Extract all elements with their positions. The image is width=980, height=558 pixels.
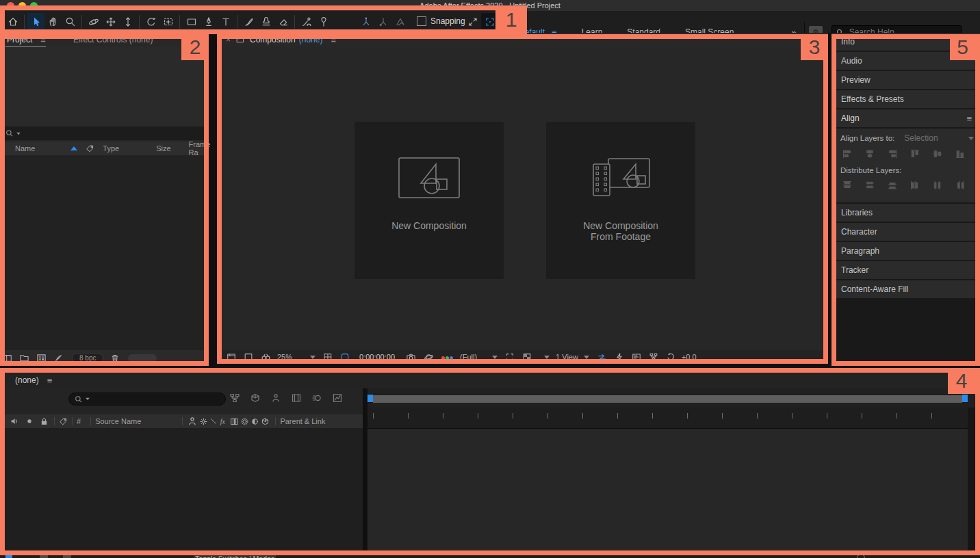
sidebar-panel-character[interactable]: Character: [831, 223, 980, 241]
interpret-footage-icon[interactable]: [3, 354, 12, 363]
composition-panel-menu-icon[interactable]: ≡: [331, 35, 336, 45]
exposure-value[interactable]: +0.0: [682, 353, 697, 361]
dist-left-icon[interactable]: [907, 179, 923, 191]
shy-switch-icon[interactable]: [187, 416, 198, 427]
quality-switch-icon[interactable]: [209, 417, 218, 425]
new-composition-card[interactable]: New Composition: [354, 122, 504, 279]
align-top-icon[interactable]: [907, 148, 923, 160]
roto-brush-tool-icon[interactable]: [298, 13, 315, 31]
transparency-grid-icon[interactable]: [522, 352, 532, 362]
timeline-panel-menu-icon[interactable]: ≡: [47, 375, 53, 386]
align-panel-menu-icon[interactable]: ≡: [966, 114, 972, 124]
motion-blur2-switch-icon[interactable]: [240, 417, 249, 426]
view-layout-value[interactable]: 1 View: [556, 353, 578, 361]
align-right-icon[interactable]: [884, 148, 901, 160]
zoom-caret-icon[interactable]: [310, 356, 315, 359]
new-composition-icon[interactable]: [36, 353, 47, 363]
sidebar-panel-paragraph[interactable]: Paragraph: [831, 242, 980, 260]
horizontal-scrollbar[interactable]: [128, 354, 157, 362]
track-area[interactable]: [368, 429, 968, 553]
hand-tool-icon[interactable]: [44, 13, 62, 31]
column-source-name[interactable]: Source Name: [95, 417, 141, 425]
tab-effect-controls[interactable]: Effect Controls (none): [73, 35, 153, 44]
label-column-icon[interactable]: [86, 144, 94, 153]
mini-flowchart-icon[interactable]: [229, 393, 240, 403]
lock-column-icon[interactable]: [40, 417, 49, 426]
brush-tool-icon[interactable]: [240, 13, 257, 31]
puppet-pin-tool-icon[interactable]: [315, 13, 332, 31]
video-column-icon[interactable]: [25, 417, 34, 425]
grid-guides-icon[interactable]: [323, 352, 333, 362]
orbit-camera-tool-icon[interactable]: [85, 13, 102, 31]
new-composition-from-footage-card[interactable]: New Composition From Footage: [546, 122, 695, 279]
pen-tool-icon[interactable]: [200, 13, 217, 31]
dolly-camera-tool-icon[interactable]: [119, 13, 136, 31]
view-caret-icon[interactable]: [584, 356, 589, 359]
current-time-value[interactable]: 0:00:00:00: [359, 353, 395, 361]
brainstorm-icon[interactable]: [857, 554, 865, 558]
fast-previews-icon[interactable]: [615, 352, 624, 362]
show-snapshot-icon[interactable]: [424, 352, 434, 362]
rectangle-tool-icon[interactable]: [183, 13, 200, 31]
tab-composition[interactable]: Composition: [250, 35, 296, 44]
time-ruler[interactable]: [368, 408, 968, 429]
snapping-checkbox[interactable]: [417, 16, 426, 26]
layer-list-area[interactable]: [0, 428, 363, 553]
audio-column-icon[interactable]: [10, 416, 19, 426]
cube-switch-icon[interactable]: [261, 417, 270, 426]
close-tab-icon[interactable]: ×: [226, 35, 231, 44]
graph-icon[interactable]: [63, 554, 71, 558]
dist-center-v-icon[interactable]: [862, 179, 878, 191]
fx-switch-icon[interactable]: fx: [219, 416, 229, 426]
mask-visibility-icon[interactable]: [340, 352, 350, 362]
eraser-tool-icon[interactable]: [274, 13, 292, 31]
dist-top-icon[interactable]: [839, 179, 855, 191]
home-tool-icon[interactable]: [4, 13, 21, 31]
sort-ascending-icon[interactable]: [70, 146, 77, 150]
new-folder-icon[interactable]: [19, 353, 29, 363]
align-selection-dropdown[interactable]: Selection: [904, 133, 938, 143]
navigator-end-handle[interactable]: [962, 395, 968, 402]
adjustment-switch-icon[interactable]: [250, 417, 259, 426]
view-axis-icon[interactable]: [391, 13, 409, 31]
marquee-icon[interactable]: [481, 13, 498, 31]
column-number[interactable]: #: [77, 417, 81, 425]
comp-flowchart-icon[interactable]: [649, 352, 658, 362]
color-depth-button[interactable]: 8 bpc: [72, 353, 103, 363]
project-search-field[interactable]: [0, 127, 209, 140]
dist-bottom-icon[interactable]: [884, 179, 901, 191]
project-panel-menu-icon[interactable]: ≡: [40, 35, 46, 45]
draft-3d-icon[interactable]: [250, 393, 261, 403]
align-left-icon[interactable]: [839, 148, 855, 160]
align-panel-title[interactable]: Align: [841, 114, 860, 123]
zoom-level-value[interactable]: 25%: [277, 353, 292, 361]
sidebar-panel-preview[interactable]: Preview: [831, 71, 980, 89]
delete-icon[interactable]: [110, 354, 120, 363]
pan-camera-tool-icon[interactable]: [102, 13, 119, 31]
timeline-button-icon[interactable]: [632, 352, 641, 362]
show-channel-icon[interactable]: [441, 353, 454, 361]
search-options-caret-icon[interactable]: [16, 132, 21, 135]
sidebar-panel-effects-presets[interactable]: Effects & Presets: [831, 90, 980, 108]
project-item-list[interactable]: [0, 155, 209, 350]
navigator-start-handle[interactable]: [368, 395, 373, 402]
pixel-aspect-correction-icon[interactable]: [597, 352, 607, 362]
motion-blur-icon[interactable]: [311, 393, 322, 403]
sun-switch-icon[interactable]: [199, 417, 208, 426]
sidebar-panel-libraries[interactable]: Libraries: [831, 204, 980, 222]
frame-blend2-switch-icon[interactable]: [230, 417, 239, 426]
timeline-pane-divider[interactable]: [363, 388, 368, 553]
local-axis-icon[interactable]: [357, 13, 374, 31]
vertical-scrollbar[interactable]: [968, 408, 980, 553]
column-frame-rate[interactable]: Frame Ra: [189, 140, 211, 157]
world-axis-icon[interactable]: [374, 13, 391, 31]
clone-stamp-tool-icon[interactable]: [257, 13, 274, 31]
snapshot-icon[interactable]: [406, 352, 416, 362]
column-size[interactable]: Size: [156, 144, 170, 152]
type-tool-icon[interactable]: [217, 13, 234, 31]
sidebar-panel-content-aware-fill[interactable]: Content-Aware Fill: [831, 280, 980, 298]
zoom-tool-icon[interactable]: [62, 13, 79, 31]
rotation-tool-icon[interactable]: [142, 13, 159, 31]
always-preview-icon[interactable]: [227, 352, 236, 362]
timeline-search-field[interactable]: [68, 393, 226, 406]
